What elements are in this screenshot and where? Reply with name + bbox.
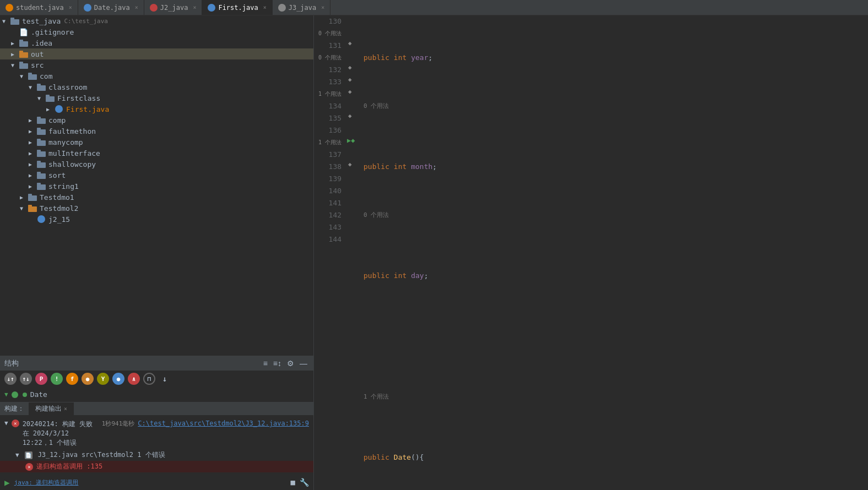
code-content[interactable]: public int year; 0 个用法 public int month;…	[361, 15, 868, 490]
tab-close-j2[interactable]: ×	[193, 4, 196, 10]
struct-settings-btn[interactable]: ⚙	[285, 358, 296, 368]
svg-rect-3	[19, 40, 23, 42]
editor-area: 130 0 个用法 131 0 个用法 132 133 1 个用法 134 13…	[314, 15, 868, 490]
arrow-com: ▼	[20, 73, 28, 79]
tab-icon-first	[208, 4, 215, 12]
arrow-testdmol2: ▼	[20, 205, 28, 211]
code-line-134: public Date(){	[364, 451, 868, 464]
svg-rect-30	[28, 206, 37, 212]
file-icon-j2-15	[36, 215, 46, 224]
code-scroll[interactable]: 130 0 个用法 131 0 个用法 132 133 1 个用法 134 13…	[314, 15, 868, 490]
build-error-text: 20240214: 构建 失败 在 2024/3/12 12:22，1 个错误	[23, 420, 99, 448]
tab-close-student[interactable]: ×	[69, 4, 72, 10]
tree-comp[interactable]: ▶ comp	[0, 115, 313, 126]
build-tab-output[interactable]: 构建输出 ×	[29, 402, 74, 415]
file-tree[interactable]: ▼ test_java C:\test_java ▶ 📄 .gitignore …	[0, 15, 313, 356]
svg-rect-28	[28, 195, 37, 201]
tree-string1[interactable]: ▶ string1	[0, 181, 313, 192]
folder-icon-testdmol2	[28, 204, 37, 213]
struct-icon-y[interactable]: Y	[97, 373, 109, 385]
tree-root[interactable]: ▼ test_java C:\test_java	[0, 15, 313, 26]
tree-label-src: src	[31, 61, 44, 69]
tree-first-java[interactable]: ▶ First.java	[0, 104, 313, 115]
error-icon-detail: ✕	[25, 463, 33, 471]
tree-src[interactable]: ▼ src	[0, 59, 313, 70]
tree-idea[interactable]: ▶ .idea	[0, 37, 313, 48]
tree-manycomp[interactable]: ▶ manycomp	[0, 137, 313, 148]
gutter-mark-143: ◆	[348, 161, 352, 168]
tree-shallowcopy[interactable]: ▶ shallowcopy	[0, 159, 313, 170]
stop-btn[interactable]: ■	[291, 478, 295, 487]
svg-rect-17	[37, 128, 41, 130]
arrow-classroom: ▼	[29, 84, 36, 90]
tree-gitignore[interactable]: ▶ 📄 .gitignore	[0, 26, 313, 37]
build-error-link[interactable]: C:\test_java\src\Testdmol2\J3_12.java:13…	[138, 420, 309, 427]
tree-testdmol2[interactable]: ▼ Testdmol2	[0, 203, 313, 214]
tree-label-comp: comp	[48, 116, 66, 124]
mini-toolbar: ■ 🔧	[291, 476, 309, 489]
tree-com[interactable]: ▼ com	[0, 70, 313, 81]
tab-close-first[interactable]: ×	[263, 4, 267, 10]
tab-j3[interactable]: J3_java ×	[273, 0, 331, 15]
struct-item-icon	[12, 391, 18, 398]
folder-icon-comp	[36, 116, 46, 124]
tab-date[interactable]: Date.java ×	[78, 0, 144, 15]
struct-icon-box[interactable]: ⊓	[143, 373, 155, 385]
tab-close-j3[interactable]: ×	[321, 4, 324, 10]
tab-j2[interactable]: J2_java ×	[144, 0, 203, 15]
folder-icon-sort	[36, 171, 46, 179]
tree-label-string1: string1	[48, 182, 79, 190]
tree-label-manycomp: manycomp	[48, 138, 83, 146]
struct-icon-sort2[interactable]: ↑↓	[20, 373, 32, 385]
tree-label-com: com	[40, 72, 52, 80]
folder-icon-firstclass	[45, 94, 55, 102]
struct-icon-lambda[interactable]: ∧	[128, 373, 140, 385]
struct-icon-down[interactable]: ↓	[159, 373, 171, 385]
gutter-mark-135: ◆	[348, 64, 352, 71]
tab-close-date[interactable]: ×	[135, 4, 138, 10]
struct-close-btn[interactable]: —	[298, 358, 309, 368]
tree-firstclass[interactable]: ▼ Firstclass	[0, 92, 313, 104]
tree-testdmo1[interactable]: ▶ Testdmo1	[0, 192, 313, 203]
wrench-btn[interactable]: 🔧	[300, 478, 309, 487]
code-line-133	[364, 330, 868, 342]
arrow-sort: ▶	[29, 172, 36, 178]
struct-sort-alpha-btn[interactable]: ≡	[262, 358, 269, 368]
tree-sort[interactable]: ▶ sort	[0, 170, 313, 181]
build-row-error-detail[interactable]: ✕ 递归构造器调用 :135	[0, 461, 313, 472]
tab-student[interactable]: student.java ×	[0, 0, 78, 15]
build-time: 1秒941毫秒	[102, 420, 135, 428]
folder-icon-out	[19, 50, 29, 58]
struct-icon-circle[interactable]: ●	[82, 373, 94, 385]
bottom-status: ▶ java: 递归构造器调用 ■ 🔧	[0, 475, 313, 490]
build-tab-close[interactable]: ×	[64, 406, 67, 412]
struct-sort-btn[interactable]: ≡↕	[272, 358, 283, 368]
expand-arrow: ▼	[4, 420, 8, 427]
build-row-main-error[interactable]: ▼ ✕ 20240214: 构建 失败 在 2024/3/12 12:22，1 …	[0, 418, 313, 449]
struct-icon-exclaim[interactable]: !	[51, 373, 63, 385]
tree-classroom[interactable]: ▼ classroom	[0, 81, 313, 92]
tree-out[interactable]: ▶ out	[0, 48, 313, 59]
build-row-file[interactable]: ▼ 📄 J3_12.java src\Testdmol2 1 个错误	[0, 449, 313, 461]
tab-first[interactable]: First.java ×	[202, 0, 272, 15]
folder-icon-com	[28, 72, 37, 80]
tree-faultmethon[interactable]: ▶ faultmethon	[0, 126, 313, 137]
tree-mulinterface[interactable]: ▶ mulInterface	[0, 148, 313, 159]
goto-button[interactable]: ▶	[4, 477, 10, 488]
struct-icon-f[interactable]: f	[66, 373, 78, 385]
svg-rect-5	[19, 51, 23, 53]
arrow-mulinterface: ▶	[29, 150, 36, 156]
hint-134: 1 个用法	[364, 391, 868, 403]
svg-rect-9	[28, 73, 32, 75]
svg-rect-4	[19, 52, 28, 58]
tab-icon-student	[6, 4, 13, 12]
struct-icon-p[interactable]: P	[35, 373, 47, 385]
struct-icon-dot[interactable]: ●	[112, 373, 124, 385]
tree-j2-15[interactable]: ▶ j2_15	[0, 214, 313, 225]
arrow-root: ▼	[2, 18, 10, 24]
tree-label-firstclass: Firstclass	[57, 94, 100, 102]
tab-icon-date	[84, 4, 91, 12]
struct-icon-sort[interactable]: ↓↑	[4, 373, 17, 385]
structure-icons: ↓↑ ↑↓ P ! f ● Y ● ∧ ⊓ ↓	[0, 371, 313, 387]
java-error-link[interactable]: java: 递归构造器调用	[14, 479, 79, 486]
